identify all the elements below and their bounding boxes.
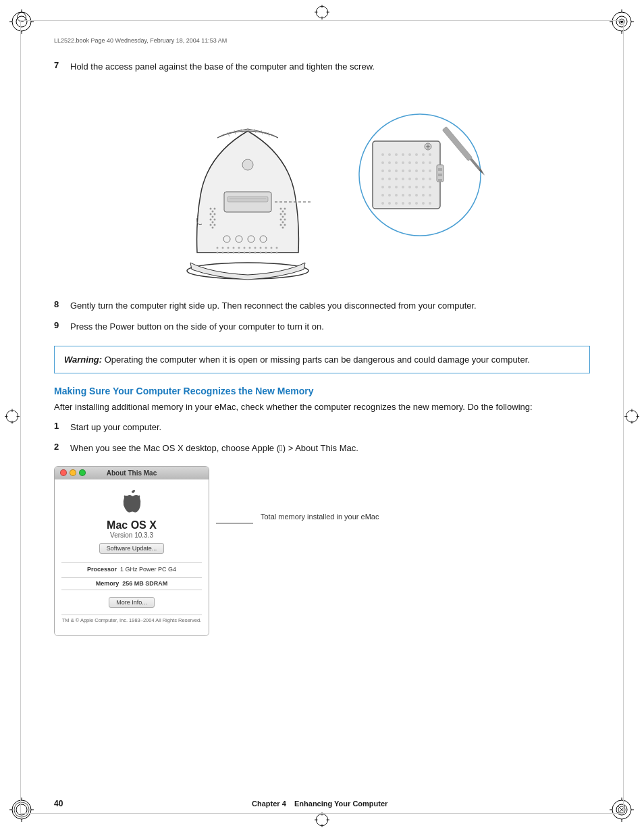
window-close-btn[interactable] [60,469,67,476]
svg-point-83 [282,226,284,228]
more-info-button[interactable]: More Info... [109,597,155,608]
section-step-1: 1 Start up your computer. [54,421,590,434]
step-8-text: Gently turn the computer right side up. … [70,299,590,313]
trademark-text: TM & © Apple Computer, Inc. 1983–2004 Al… [62,617,201,625]
divider-1 [61,562,202,563]
svg-point-120 [408,153,411,156]
svg-point-107 [276,251,278,253]
svg-point-85 [222,246,224,249]
svg-rect-180 [438,174,442,176]
svg-point-152 [408,186,411,188]
svg-point-121 [415,153,418,156]
svg-point-70 [212,221,214,223]
annotation-text: Total memory installed in your eMac [261,506,379,522]
annotation-area: Total memory installed in your eMac [216,466,379,540]
svg-point-163 [429,194,431,197]
section-step-2-text: When you see the Mac OS X desktop, choos… [70,442,590,455]
warning-text: Operating the computer when it is open o… [102,355,530,365]
svg-point-157 [388,194,391,197]
svg-point-82 [282,221,284,223]
memory-line: Memory 256 MB SDRAM [61,580,202,587]
footer-page-number: 40 [54,799,63,808]
svg-point-125 [388,161,391,164]
svg-point-134 [395,170,398,172]
svg-point-89 [244,246,246,249]
svg-point-103 [254,251,257,253]
svg-point-142 [395,178,398,180]
svg-point-127 [402,161,404,164]
svg-point-130 [422,161,425,164]
svg-marker-174 [479,168,486,176]
svg-point-116 [381,153,384,156]
svg-point-143 [402,178,404,180]
svg-point-117 [388,153,391,156]
svg-point-128 [408,161,411,164]
svg-point-69 [214,224,216,226]
window-minimize-btn[interactable] [70,469,76,476]
section-intro: After installing additional memory in yo… [54,400,590,414]
divider-4 [61,615,202,615]
svg-point-147 [429,178,431,180]
svg-point-146 [422,178,425,180]
macos-title: Mac OS X [107,519,157,531]
emac-illustration [54,87,590,283]
svg-point-87 [233,246,235,249]
step-7-text: Hold the access panel against the base o… [70,60,590,74]
svg-point-90 [249,246,251,249]
svg-point-61 [214,207,216,209]
window-maximize-btn[interactable] [79,469,86,476]
svg-point-94 [271,246,273,249]
window-titlebar: About This Mac [55,467,209,479]
svg-point-88 [238,246,240,249]
svg-point-136 [408,170,411,172]
svg-point-112 [242,159,253,170]
window-body: Mac OS X Version 10.3.3 Software Update.… [55,479,209,635]
svg-point-91 [254,246,257,249]
svg-point-129 [415,161,418,164]
window-title: About This Mac [107,469,157,477]
emac-detail-svg [352,107,487,263]
svg-point-135 [402,170,404,172]
svg-point-71 [212,226,214,228]
svg-point-74 [280,213,282,215]
macos-version: Version 10.3.3 [110,531,153,539]
section-heading: Making Sure Your Computer Recognizes the… [54,386,590,396]
svg-point-124 [381,161,384,164]
svg-point-167 [402,202,404,205]
svg-point-140 [381,178,384,180]
svg-point-62 [210,213,212,215]
divider-3 [61,590,202,590]
svg-point-159 [402,194,404,197]
step-9-text: Press the Power button on the side of yo… [70,320,590,334]
svg-rect-115 [373,141,440,209]
warning-box: Warning: Operating the computer when it … [54,346,590,374]
svg-point-79 [282,215,284,217]
svg-point-155 [429,186,431,188]
svg-point-144 [408,178,411,180]
svg-point-118 [395,153,398,156]
svg-point-81 [284,224,286,226]
footer-chapter-title: Enhancing Your Computer [294,800,387,808]
svg-point-126 [395,161,398,164]
about-mac-window: About This Mac Mac OS X Version 10.3.3 S… [54,466,209,636]
svg-point-63 [214,213,216,215]
svg-point-162 [422,194,425,197]
step-9: 9 Press the Power button on the side of … [54,320,590,334]
svg-point-65 [214,218,216,220]
svg-point-158 [395,194,398,197]
svg-point-169 [415,202,418,205]
section-step-1-number: 1 [54,421,68,431]
svg-point-160 [408,194,411,197]
svg-point-141 [388,178,391,180]
svg-rect-58 [227,197,268,202]
apple-logo [122,489,142,517]
step-7-number: 7 [54,60,68,70]
svg-point-164 [381,202,384,205]
step-9-number: 9 [54,320,68,330]
svg-point-93 [265,246,267,249]
svg-point-60 [210,207,212,209]
sw-update-button[interactable]: Software Update... [99,543,165,554]
header-meta: LL2522.book Page 40 Wednesday, February … [54,37,590,47]
svg-rect-172 [442,126,473,161]
svg-point-151 [402,186,404,188]
